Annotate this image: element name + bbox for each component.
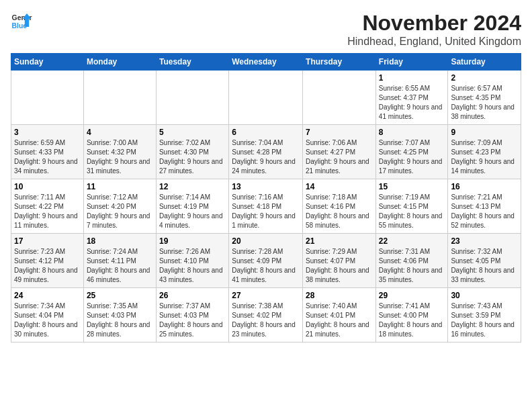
day-detail: Sunrise: 6:55 AM Sunset: 4:37 PM Dayligh… (379, 84, 445, 122)
day-detail: Sunrise: 7:24 AM Sunset: 4:11 PM Dayligh… (87, 247, 153, 285)
day-detail: Sunrise: 7:14 AM Sunset: 4:19 PM Dayligh… (159, 193, 226, 230)
day-detail: Sunrise: 7:41 AM Sunset: 4:00 PM Dayligh… (379, 302, 445, 339)
day-number: 12 (159, 182, 226, 191)
week-row-5: 24Sunrise: 7:34 AM Sunset: 4:04 PM Dayli… (11, 288, 521, 342)
calendar-cell: 20Sunrise: 7:28 AM Sunset: 4:09 PM Dayli… (229, 234, 303, 288)
calendar-cell: 12Sunrise: 7:14 AM Sunset: 4:19 PM Dayli… (156, 179, 228, 234)
calendar-cell: 7Sunrise: 7:06 AM Sunset: 4:27 PM Daylig… (303, 125, 376, 179)
calendar-body: 1Sunrise: 6:55 AM Sunset: 4:37 PM Daylig… (11, 71, 521, 342)
day-number: 5 (159, 128, 226, 137)
calendar-cell (303, 71, 376, 125)
calendar-cell: 6Sunrise: 7:04 AM Sunset: 4:28 PM Daylig… (229, 125, 303, 179)
calendar-cell (156, 71, 228, 125)
day-number: 22 (379, 236, 445, 246)
day-detail: Sunrise: 7:38 AM Sunset: 4:02 PM Dayligh… (232, 302, 300, 339)
day-detail: Sunrise: 7:18 AM Sunset: 4:16 PM Dayligh… (306, 193, 373, 230)
calendar-cell: 5Sunrise: 7:02 AM Sunset: 4:30 PM Daylig… (156, 125, 228, 179)
week-row-3: 10Sunrise: 7:11 AM Sunset: 4:22 PM Dayli… (11, 179, 521, 234)
calendar-cell: 3Sunrise: 6:59 AM Sunset: 4:33 PM Daylig… (11, 125, 84, 179)
day-detail: Sunrise: 7:21 AM Sunset: 4:13 PM Dayligh… (451, 193, 518, 230)
col-header-monday: Monday (83, 54, 156, 71)
day-number: 7 (306, 128, 373, 137)
week-row-4: 17Sunrise: 7:23 AM Sunset: 4:12 PM Dayli… (11, 234, 521, 288)
week-row-2: 3Sunrise: 6:59 AM Sunset: 4:33 PM Daylig… (11, 125, 521, 179)
month-year: November 2024 (347, 11, 521, 36)
day-number: 20 (232, 236, 300, 246)
calendar-cell: 14Sunrise: 7:18 AM Sunset: 4:16 PM Dayli… (303, 179, 376, 234)
day-number: 6 (232, 128, 300, 137)
calendar-cell (229, 71, 303, 125)
col-header-sunday: Sunday (11, 54, 84, 71)
day-detail: Sunrise: 7:32 AM Sunset: 4:05 PM Dayligh… (451, 247, 518, 285)
day-number: 4 (87, 128, 153, 137)
calendar-cell: 10Sunrise: 7:11 AM Sunset: 4:22 PM Dayli… (11, 179, 84, 234)
day-number: 17 (14, 236, 81, 246)
day-detail: Sunrise: 7:35 AM Sunset: 4:03 PM Dayligh… (87, 302, 153, 339)
day-number: 26 (159, 291, 226, 300)
logo-icon: General Blue (11, 11, 32, 32)
day-number: 18 (87, 236, 153, 246)
calendar-cell: 18Sunrise: 7:24 AM Sunset: 4:11 PM Dayli… (83, 234, 156, 288)
calendar-cell: 21Sunrise: 7:29 AM Sunset: 4:07 PM Dayli… (303, 234, 376, 288)
day-number: 27 (232, 291, 300, 300)
day-detail: Sunrise: 7:06 AM Sunset: 4:27 PM Dayligh… (306, 138, 373, 176)
day-number: 29 (379, 291, 445, 300)
day-detail: Sunrise: 7:12 AM Sunset: 4:20 PM Dayligh… (87, 193, 153, 230)
calendar-cell: 4Sunrise: 7:00 AM Sunset: 4:32 PM Daylig… (83, 125, 156, 179)
day-number: 8 (379, 128, 445, 137)
col-header-tuesday: Tuesday (156, 54, 228, 71)
day-detail: Sunrise: 7:19 AM Sunset: 4:15 PM Dayligh… (379, 193, 445, 230)
day-detail: Sunrise: 7:07 AM Sunset: 4:25 PM Dayligh… (379, 138, 445, 176)
day-detail: Sunrise: 7:31 AM Sunset: 4:06 PM Dayligh… (379, 247, 445, 285)
calendar-cell: 30Sunrise: 7:43 AM Sunset: 3:59 PM Dayli… (448, 288, 521, 342)
day-number: 24 (14, 291, 81, 300)
day-detail: Sunrise: 7:26 AM Sunset: 4:10 PM Dayligh… (159, 247, 226, 285)
day-detail: Sunrise: 6:57 AM Sunset: 4:35 PM Dayligh… (451, 84, 518, 122)
calendar-cell: 24Sunrise: 7:34 AM Sunset: 4:04 PM Dayli… (11, 288, 84, 342)
day-detail: Sunrise: 7:04 AM Sunset: 4:28 PM Dayligh… (232, 138, 300, 176)
day-detail: Sunrise: 7:37 AM Sunset: 4:03 PM Dayligh… (159, 302, 226, 339)
calendar-cell: 15Sunrise: 7:19 AM Sunset: 4:15 PM Dayli… (375, 179, 448, 234)
calendar-header-row: SundayMondayTuesdayWednesdayThursdayFrid… (11, 54, 521, 71)
title-block: November 2024 Hindhead, England, United … (347, 11, 521, 48)
calendar-cell: 11Sunrise: 7:12 AM Sunset: 4:20 PM Dayli… (83, 179, 156, 234)
day-detail: Sunrise: 7:23 AM Sunset: 4:12 PM Dayligh… (14, 247, 81, 285)
calendar-cell (83, 71, 156, 125)
day-number: 28 (306, 291, 373, 300)
day-number: 11 (87, 182, 153, 191)
day-number: 10 (14, 182, 81, 191)
day-number: 1 (379, 73, 445, 83)
day-number: 15 (379, 182, 445, 191)
day-detail: Sunrise: 7:34 AM Sunset: 4:04 PM Dayligh… (14, 302, 81, 339)
day-detail: Sunrise: 7:16 AM Sunset: 4:18 PM Dayligh… (232, 193, 300, 230)
day-number: 14 (306, 182, 373, 191)
calendar-table: SundayMondayTuesdayWednesdayThursdayFrid… (11, 53, 521, 342)
day-number: 19 (159, 236, 226, 246)
day-detail: Sunrise: 7:09 AM Sunset: 4:23 PM Dayligh… (451, 138, 518, 176)
day-detail: Sunrise: 6:59 AM Sunset: 4:33 PM Dayligh… (14, 138, 81, 176)
calendar-cell (11, 71, 84, 125)
calendar-cell: 23Sunrise: 7:32 AM Sunset: 4:05 PM Dayli… (448, 234, 521, 288)
calendar-cell: 19Sunrise: 7:26 AM Sunset: 4:10 PM Dayli… (156, 234, 228, 288)
calendar-cell: 13Sunrise: 7:16 AM Sunset: 4:18 PM Dayli… (229, 179, 303, 234)
day-number: 3 (14, 128, 81, 137)
day-detail: Sunrise: 7:43 AM Sunset: 3:59 PM Dayligh… (451, 302, 518, 339)
col-header-saturday: Saturday (448, 54, 521, 71)
day-detail: Sunrise: 7:29 AM Sunset: 4:07 PM Dayligh… (306, 247, 373, 285)
week-row-1: 1Sunrise: 6:55 AM Sunset: 4:37 PM Daylig… (11, 71, 521, 125)
calendar-cell: 22Sunrise: 7:31 AM Sunset: 4:06 PM Dayli… (375, 234, 448, 288)
day-number: 2 (451, 73, 518, 83)
day-number: 21 (306, 236, 373, 246)
day-detail: Sunrise: 7:40 AM Sunset: 4:01 PM Dayligh… (306, 302, 373, 339)
location: Hindhead, England, United Kingdom (347, 36, 521, 48)
calendar-cell: 1Sunrise: 6:55 AM Sunset: 4:37 PM Daylig… (375, 71, 448, 125)
day-detail: Sunrise: 7:11 AM Sunset: 4:22 PM Dayligh… (14, 193, 81, 230)
logo: General Blue (11, 11, 32, 32)
day-number: 13 (232, 182, 300, 191)
day-number: 30 (451, 291, 518, 300)
col-header-thursday: Thursday (303, 54, 376, 71)
day-detail: Sunrise: 7:00 AM Sunset: 4:32 PM Dayligh… (87, 138, 153, 176)
day-number: 9 (451, 128, 518, 137)
calendar-cell: 16Sunrise: 7:21 AM Sunset: 4:13 PM Dayli… (448, 179, 521, 234)
calendar-cell: 26Sunrise: 7:37 AM Sunset: 4:03 PM Dayli… (156, 288, 228, 342)
